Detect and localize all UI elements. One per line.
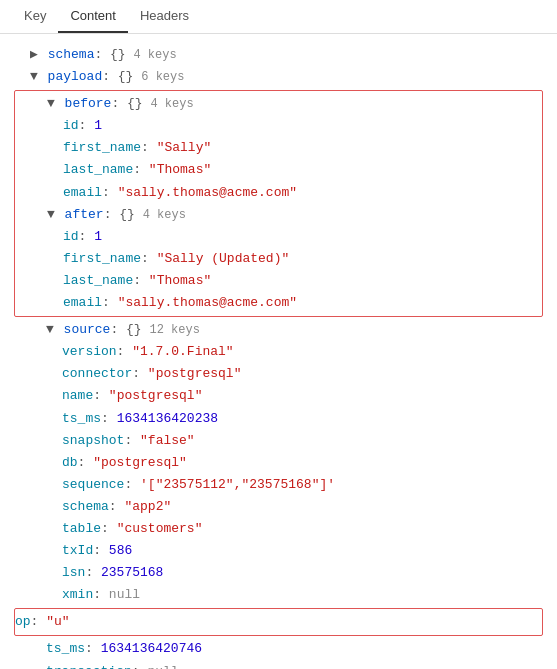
payload-line[interactable]: ▼ payload: {} 6 keys [14,66,543,88]
source-sequence: sequence: '["23575112","23575168"]' [62,474,543,496]
source-name: name: "postgresql" [62,385,543,407]
schema-toggle[interactable]: ▶ [30,44,46,66]
source-db: db: "postgresql" [62,452,543,474]
tab-key[interactable]: Key [12,0,58,33]
transaction-line: transaction: null [14,661,543,669]
payload-toggle[interactable]: ▼ [30,66,46,88]
after-header[interactable]: ▼ after: {} 4 keys [47,204,542,226]
before-firstname: first_name: "Sally" [63,137,542,159]
after-id: id: 1 [63,226,542,248]
content-area: ▶ schema: {} 4 keys ▼ payload: {} 6 keys… [0,34,557,669]
schema-line[interactable]: ▶ schema: {} 4 keys [14,44,543,66]
op-line: op: "u" [15,611,542,633]
source-schema: schema: "app2" [62,496,543,518]
source-connector: connector: "postgresql" [62,363,543,385]
after-lastname: last_name: "Thomas" [63,270,542,292]
tabs-bar: Key Content Headers [0,0,557,34]
before-toggle[interactable]: ▼ [47,93,63,115]
source-section: ▼ source: {} 12 keys version: "1.7.0.Fin… [14,319,543,606]
tab-headers[interactable]: Headers [128,0,201,33]
source-version: version: "1.7.0.Final" [62,341,543,363]
source-key: source [64,319,111,341]
payload-key: payload [48,66,103,88]
before-after-box: ▼ before: {} 4 keys id: 1 first_name: "S… [14,90,543,317]
before-email: email: "sally.thomas@acme.com" [63,182,542,204]
source-header[interactable]: ▼ source: {} 12 keys [46,319,543,341]
after-key: after [65,204,104,226]
source-toggle[interactable]: ▼ [46,319,62,341]
source-xmin: xmin: null [62,584,543,606]
before-key: before [65,93,112,115]
after-email: email: "sally.thomas@acme.com" [63,292,542,314]
source-snapshot: snapshot: "false" [62,430,543,452]
before-lastname: last_name: "Thomas" [63,159,542,181]
source-tsms: ts_ms: 1634136420238 [62,408,543,430]
schema-key: schema [48,44,95,66]
before-header[interactable]: ▼ before: {} 4 keys [47,93,542,115]
source-fields: version: "1.7.0.Final" connector: "postg… [46,341,543,606]
op-box: op: "u" [14,608,543,636]
before-id: id: 1 [63,115,542,137]
ts-ms2-line: ts_ms: 1634136420746 [14,638,543,660]
source-txid: txId: 586 [62,540,543,562]
source-lsn: lsn: 23575168 [62,562,543,584]
before-fields: id: 1 first_name: "Sally" last_name: "Th… [47,115,542,203]
after-firstname: first_name: "Sally (Updated)" [63,248,542,270]
after-fields: id: 1 first_name: "Sally (Updated)" last… [47,226,542,314]
tab-content[interactable]: Content [58,0,128,33]
source-table: table: "customers" [62,518,543,540]
after-toggle[interactable]: ▼ [47,204,63,226]
